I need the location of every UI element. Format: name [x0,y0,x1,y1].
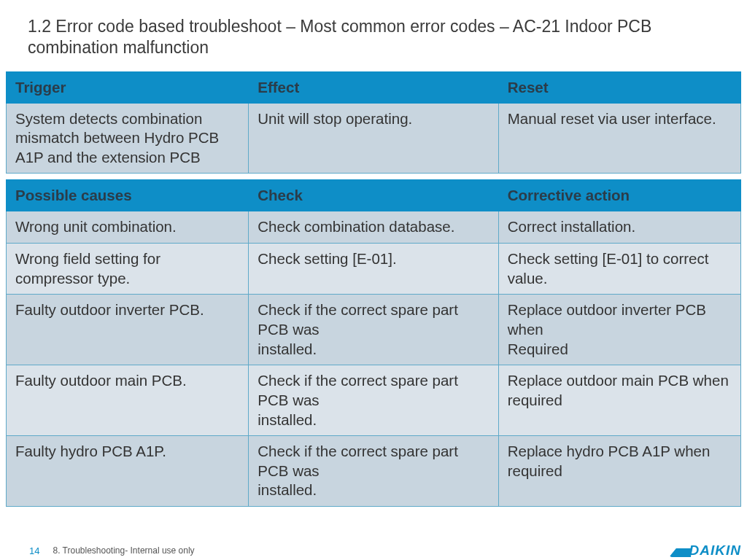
cell-action: Replace hydro PCB A1P when required [498,436,740,507]
table-row: Wrong unit combination. Check combinatio… [7,211,741,244]
table-causes-check-action: Possible causes Check Corrective action … [6,179,741,507]
cell-cause: Wrong unit combination. [7,211,249,244]
table-row: Wrong field setting for compressor type.… [7,244,741,295]
table-trigger-effect-reset: Trigger Effect Reset System detects comb… [6,71,741,174]
footer-doc-title: 8. Troubleshooting- Internal use only [53,545,194,556]
page-title: 1.2 Error code based troubleshoot – Most… [0,0,747,71]
cell-reset: Manual reset via user interface. [498,103,740,174]
footer: 14 8. Troubleshooting- Internal use only [0,541,747,560]
swoosh-icon [670,544,686,557]
cell-cause: Faulty outdoor main PCB. [7,365,249,436]
cell-check: Check if the correct spare part PCB wasi… [249,365,498,436]
cell-action: Check setting [E-01] to correct value. [498,244,740,295]
cell-check: Check if the correct spare part PCB wasi… [249,295,498,365]
cell-check: Check combination database. [249,211,498,244]
page-number: 14 [0,545,53,556]
th-causes: Possible causes [7,180,249,211]
th-reset: Reset [498,71,740,103]
th-check: Check [249,180,498,211]
brand-logo: DAIKIN [670,542,741,559]
cell-action: Replace outdoor main PCB when required [498,365,740,436]
table-row: Faulty outdoor main PCB. Check if the co… [7,365,741,436]
cell-cause: Wrong field setting for compressor type. [7,244,249,295]
cell-cause: Faulty outdoor inverter PCB. [7,295,249,365]
brand-name: DAIKIN [689,542,741,559]
th-effect: Effect [249,71,498,103]
th-action: Corrective action [498,180,740,211]
cell-action: Replace outdoor inverter PCB whenRequire… [498,295,740,365]
cell-trigger: System detects combination mismatch betw… [7,103,249,174]
content-area: Trigger Effect Reset System detects comb… [0,71,747,508]
cell-check: Check if the correct spare part PCB wasi… [249,436,498,507]
cell-effect: Unit will stop operating. [249,103,498,174]
table-row: System detects combination mismatch betw… [7,103,741,174]
cell-action: Correct installation. [498,211,740,244]
table-row: Faulty hydro PCB A1P. Check if the corre… [7,436,741,507]
table-row: Faulty outdoor inverter PCB. Check if th… [7,295,741,365]
cell-check: Check setting [E-01]. [249,244,498,295]
th-trigger: Trigger [7,71,249,103]
cell-cause: Faulty hydro PCB A1P. [7,436,249,507]
